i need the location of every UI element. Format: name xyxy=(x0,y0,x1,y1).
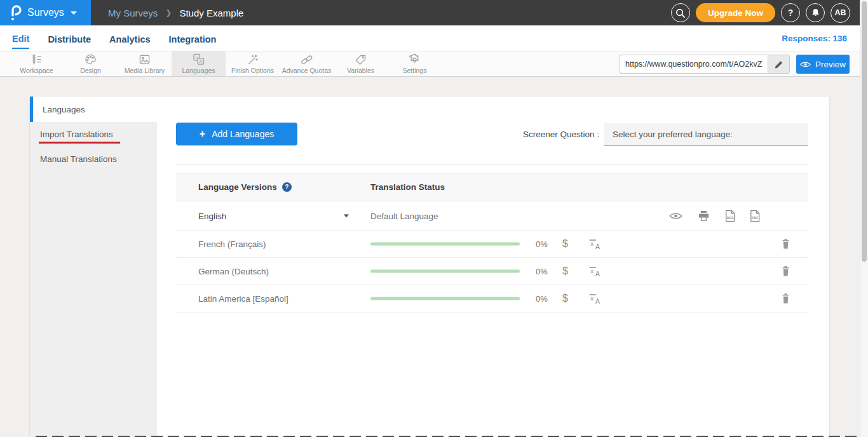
tool-label: Design xyxy=(80,67,101,74)
tool-variables[interactable]: Variables xyxy=(334,51,388,76)
trash-icon xyxy=(781,266,790,277)
export-pdf-button[interactable]: PDF xyxy=(749,210,761,222)
add-languages-button[interactable]: + Add Languages xyxy=(176,123,297,145)
tool-finish-options[interactable]: Finish Options xyxy=(226,51,280,76)
svg-text:A: A xyxy=(595,297,600,305)
translate-icon: x A xyxy=(588,266,602,278)
delete-language-button[interactable] xyxy=(781,266,790,277)
avatar[interactable]: AB xyxy=(831,3,850,23)
export-doc-button[interactable]: DOC xyxy=(724,210,736,222)
trash-icon xyxy=(781,293,790,304)
screener-question-select[interactable]: Select your preferred language: xyxy=(604,123,808,146)
table-row-default-language: English Default Language xyxy=(176,201,808,231)
top-bar: Surveys My Surveys ❯ Study Example Upgra… xyxy=(0,0,860,25)
tab-analytics[interactable]: Analytics xyxy=(109,29,150,48)
content-area: Languages Import Translations Manual Tra… xyxy=(0,77,860,437)
translate-button[interactable]: x A xyxy=(588,266,602,278)
language-name: Latin America [Español] xyxy=(198,294,288,304)
svg-text:x: x xyxy=(590,295,593,302)
breadcrumb-separator-icon: ❯ xyxy=(165,8,172,17)
survey-url-input[interactable] xyxy=(620,55,768,74)
column-translation-status: Translation Status xyxy=(370,182,445,192)
pdf-file-icon: PDF xyxy=(749,210,761,222)
help-tooltip-icon[interactable]: ? xyxy=(282,182,292,192)
breadcrumb: My Surveys ❯ Study Example xyxy=(108,8,243,18)
delete-language-button[interactable] xyxy=(781,238,790,250)
tool-languages[interactable]: ☆ A Languages xyxy=(172,51,226,76)
advance-quotas-link-icon xyxy=(301,54,313,65)
delete-language-button[interactable] xyxy=(781,293,790,304)
paid-translation-button[interactable]: $ xyxy=(562,266,568,277)
search-button[interactable] xyxy=(671,3,690,22)
tool-label: Workspace xyxy=(20,67,53,74)
svg-text:DOC: DOC xyxy=(727,216,735,220)
survey-url-group xyxy=(620,55,790,74)
chevron-down-icon[interactable] xyxy=(344,214,349,217)
tool-label: Media Library xyxy=(125,67,165,74)
translate-button[interactable]: x A xyxy=(588,238,602,250)
translation-progress-bar xyxy=(370,297,520,300)
paid-translation-button[interactable]: $ xyxy=(562,293,568,304)
section-tabs: Edit Distribute Analytics Integration Re… xyxy=(0,25,860,51)
tab-edit[interactable]: Edit xyxy=(12,28,29,49)
responses-count[interactable]: Responses: 136 xyxy=(782,34,847,43)
settings-gear-icon xyxy=(409,53,421,65)
tool-media-library[interactable]: Media Library xyxy=(118,51,172,76)
tool-label: Advance Quotas xyxy=(282,67,332,74)
translation-percent: 0% xyxy=(536,239,548,249)
notifications-button[interactable] xyxy=(806,3,825,22)
eye-icon xyxy=(669,212,682,220)
trash-icon xyxy=(781,238,790,250)
sidebar-item-manual-translations[interactable]: Manual Translations xyxy=(30,147,157,171)
translation-progress-bar xyxy=(370,270,520,273)
vertical-scrollbar[interactable] xyxy=(860,0,868,437)
tool-design[interactable]: Design xyxy=(64,51,118,76)
app-logo[interactable]: Surveys xyxy=(0,0,91,25)
tool-label: Variables xyxy=(347,67,374,74)
finish-options-wand-icon xyxy=(247,54,259,65)
tool-advance-quotas[interactable]: Advance Quotas xyxy=(280,51,334,76)
paid-translation-button[interactable]: $ xyxy=(562,238,568,250)
svg-text:A: A xyxy=(595,243,600,250)
pencil-icon xyxy=(774,60,783,69)
default-language-name[interactable]: English xyxy=(198,211,226,220)
help-button[interactable]: ? xyxy=(781,3,800,22)
table-row-language: German (Deutsch) 0% $ x A xyxy=(176,258,808,285)
column-label: Language Versions xyxy=(198,182,277,192)
translation-percent: 0% xyxy=(536,294,548,304)
language-name: French (Français) xyxy=(198,239,266,249)
annotation-underline xyxy=(39,142,120,144)
tool-settings[interactable]: Settings xyxy=(388,51,442,76)
breadcrumb-my-surveys[interactable]: My Surveys xyxy=(108,8,158,18)
preview-button[interactable]: Preview xyxy=(796,55,850,74)
sidebar-item-languages[interactable]: Languages xyxy=(30,97,157,122)
chevron-down-icon xyxy=(71,11,77,15)
add-languages-label: Add Languages xyxy=(212,129,274,139)
variables-tag-icon xyxy=(355,54,367,65)
upgrade-now-button[interactable]: Upgrade Now xyxy=(696,3,775,22)
edit-url-button[interactable] xyxy=(768,55,790,74)
languages-card: Languages Import Translations Manual Tra… xyxy=(30,97,829,437)
doc-file-icon: DOC xyxy=(724,210,736,222)
section-divider xyxy=(176,164,808,165)
tab-integration[interactable]: Integration xyxy=(169,29,217,48)
settings-sidebar: Languages Import Translations Manual Tra… xyxy=(30,97,157,437)
breadcrumb-current: Study Example xyxy=(179,8,243,18)
sidebar-rest: Import Translations Manual Translations xyxy=(30,122,157,437)
product-name: Surveys xyxy=(27,7,64,18)
default-language-status: Default Language xyxy=(370,211,438,220)
design-palette-icon xyxy=(85,54,97,65)
view-survey-button[interactable] xyxy=(669,212,682,220)
svg-text:x: x xyxy=(590,240,593,247)
scrollbar-thumb[interactable] xyxy=(862,1,867,262)
sidebar-item-import-translations[interactable]: Import Translations xyxy=(30,122,157,147)
svg-text:PDF: PDF xyxy=(752,216,758,220)
svg-text:x: x xyxy=(590,267,593,274)
print-survey-button[interactable] xyxy=(698,210,710,221)
printer-icon xyxy=(698,210,710,221)
tab-distribute[interactable]: Distribute xyxy=(48,29,91,48)
tool-workspace[interactable]: Workspace xyxy=(10,51,64,76)
translate-button[interactable]: x A xyxy=(588,293,602,305)
table-row-language: French (Français) 0% $ x A xyxy=(176,231,808,258)
language-versions-table: Language Versions ? Translation Status E… xyxy=(176,173,808,313)
